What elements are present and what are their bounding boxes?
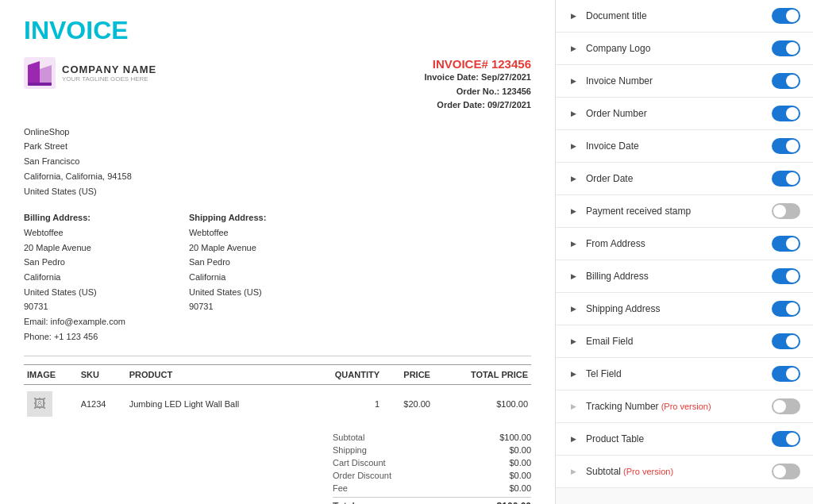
shipping-line4: United States (US)	[189, 285, 266, 300]
product-table: IMAGE SKU PRODUCT QUANTITY PRICE TOTAL P…	[24, 364, 531, 423]
cell-product: Jumbing LED Light Wall Ball	[126, 385, 305, 424]
settings-item-order-date[interactable]: ▶Order Date	[556, 163, 813, 195]
shipping-line2: San Pedro	[189, 255, 266, 270]
shipping-row: Shipping $0.00	[333, 444, 531, 456]
chevron-icon: ▶	[568, 44, 578, 53]
settings-item-billing-address[interactable]: ▶Billing Address	[556, 260, 813, 293]
settings-item-label: Email Field	[586, 336, 764, 347]
cell-image: 🖼	[24, 385, 78, 424]
order-date-label: Order Date:	[437, 100, 485, 110]
toggle-subtotal[interactable]	[772, 464, 800, 479]
settings-item-product-table[interactable]: ▶Product Table	[556, 423, 813, 456]
company-name-block: COMPANY NAME YOUR TAGLINE GOES HERE	[62, 63, 156, 83]
toggle-order-date[interactable]	[772, 171, 800, 187]
order-date-value: 09/27/2021	[487, 100, 531, 110]
settings-item-tel-field[interactable]: ▶Tel Field	[556, 358, 813, 391]
toggle-order-number[interactable]	[772, 106, 800, 121]
billing-line3: California	[24, 270, 125, 285]
settings-item-label: Shipping Address	[586, 303, 764, 314]
settings-item-subtotal[interactable]: ▶Subtotal (Pro version)	[556, 456, 813, 488]
settings-panel: ▶Document title▶Company Logo▶Invoice Num…	[556, 0, 813, 504]
order-no-row: Order No.: 123456	[424, 85, 531, 99]
cart-discount-row: Cart Discount $0.00	[333, 456, 531, 469]
chevron-icon: ▶	[568, 76, 578, 86]
fee-row: Fee $0.00	[333, 482, 531, 494]
toggle-product-table[interactable]	[772, 431, 800, 447]
toggle-from-address[interactable]	[772, 236, 800, 252]
toggle-invoice-date[interactable]	[772, 138, 800, 154]
settings-item-label: Tel Field	[586, 368, 764, 379]
shipping-title: Shipping Address:	[189, 213, 266, 222]
invoice-title: INVOICE	[24, 16, 531, 45]
invoice-meta: Invoice Date: Sep/27/2021 Order No.: 123…	[424, 71, 531, 113]
settings-item-label: Order Number	[586, 108, 764, 119]
settings-item-document-title[interactable]: ▶Document title	[556, 0, 813, 33]
cell-quantity: 1	[304, 385, 383, 424]
settings-item-shipping-address[interactable]: ▶Shipping Address	[556, 293, 813, 325]
toggle-invoice-number[interactable]	[772, 73, 800, 89]
company-logo: COMPANY NAME YOUR TAGLINE GOES HERE	[24, 57, 156, 89]
settings-item-label: Billing Address	[586, 271, 764, 282]
chevron-icon: ▶	[568, 304, 578, 314]
chevron-icon: ▶	[568, 434, 578, 444]
billing-line5: 90731	[24, 299, 125, 314]
company-tagline: YOUR TAGLINE GOES HERE	[62, 75, 156, 83]
cell-price: $20.00	[383, 385, 433, 424]
settings-item-order-number[interactable]: ▶Order Number	[556, 98, 813, 130]
billing-line1: 20 Maple Avenue	[24, 240, 125, 256]
toggle-document-title[interactable]	[772, 8, 800, 24]
toggle-tel-field[interactable]	[772, 366, 800, 382]
toggle-shipping-address[interactable]	[772, 301, 800, 317]
settings-item-payment-received-stamp[interactable]: ▶Payment received stamp	[556, 195, 813, 228]
shipping-line3: California	[189, 270, 266, 285]
toggle-billing-address[interactable]	[772, 268, 800, 284]
billing-name: Webtoffee	[24, 225, 125, 240]
settings-item-label: Order Date	[586, 173, 764, 184]
settings-item-invoice-number[interactable]: ▶Invoice Number	[556, 65, 813, 98]
chevron-icon: ▶	[568, 402, 578, 411]
billing-title: Billing Address:	[24, 213, 91, 222]
settings-item-label: Invoice Number	[586, 75, 764, 87]
chevron-icon: ▶	[568, 174, 578, 183]
subtotal-value: $100.00	[499, 433, 531, 442]
pro-badge: (Pro version)	[659, 402, 711, 411]
invoice-date-row: Invoice Date: Sep/27/2021	[424, 71, 531, 85]
chevron-icon: ▶	[568, 271, 578, 281]
settings-item-label: Company Logo	[586, 43, 764, 54]
settings-item-company-logo[interactable]: ▶Company Logo	[556, 33, 813, 65]
from-line1: OnlineShop	[24, 125, 531, 140]
settings-item-tracking-number[interactable]: ▶Tracking Number (Pro version)	[556, 391, 813, 423]
subtotal-label: Subtotal	[333, 433, 364, 442]
toggle-email-field[interactable]	[772, 333, 800, 349]
total-row: Total $100.00	[333, 497, 531, 504]
toggle-company-logo[interactable]	[772, 40, 800, 56]
cell-total: $100.00	[433, 385, 531, 424]
billing-line4: United States (US)	[24, 285, 125, 300]
shipping-label: Shipping	[333, 445, 367, 455]
toggle-tracking-number[interactable]	[772, 398, 800, 414]
invoice-date-value: Sep/27/2021	[481, 72, 531, 82]
shipping-line1: 20 Maple Avenue	[189, 240, 266, 256]
col-image: IMAGE	[24, 365, 78, 385]
invoice-panel: INVOICE COMPANY NAME YOUR TAGLINE GOES H…	[0, 0, 556, 504]
from-line3: San Francisco	[24, 154, 531, 169]
col-sku: SKU	[78, 365, 126, 385]
settings-item-label: Product Table	[586, 433, 764, 444]
settings-item-invoice-date[interactable]: ▶Invoice Date	[556, 130, 813, 163]
order-discount-value: $0.00	[509, 471, 531, 480]
invoice-number: INVOICE# 123456	[424, 57, 531, 71]
from-line4: California, California, 94158	[24, 169, 531, 184]
settings-item-from-address[interactable]: ▶From Address	[556, 228, 813, 260]
table-row: 🖼 A1234 Jumbing LED Light Wall Ball 1 $2…	[24, 385, 531, 424]
settings-item-label: Subtotal (Pro version)	[586, 466, 764, 477]
settings-item-label: From Address	[586, 238, 764, 249]
chevron-icon: ▶	[568, 11, 578, 21]
addresses-row: Billing Address: Webtoffee 20 Maple Aven…	[24, 210, 531, 344]
toggle-payment-received-stamp[interactable]	[772, 203, 800, 219]
settings-item-label: Invoice Date	[586, 140, 764, 152]
col-total: TOTAL PRICE	[433, 365, 531, 385]
pro-badge: (Pro version)	[621, 467, 673, 476]
chevron-icon: ▶	[568, 206, 578, 216]
settings-list: ▶Document title▶Company Logo▶Invoice Num…	[556, 0, 813, 488]
settings-item-email-field[interactable]: ▶Email Field	[556, 325, 813, 358]
